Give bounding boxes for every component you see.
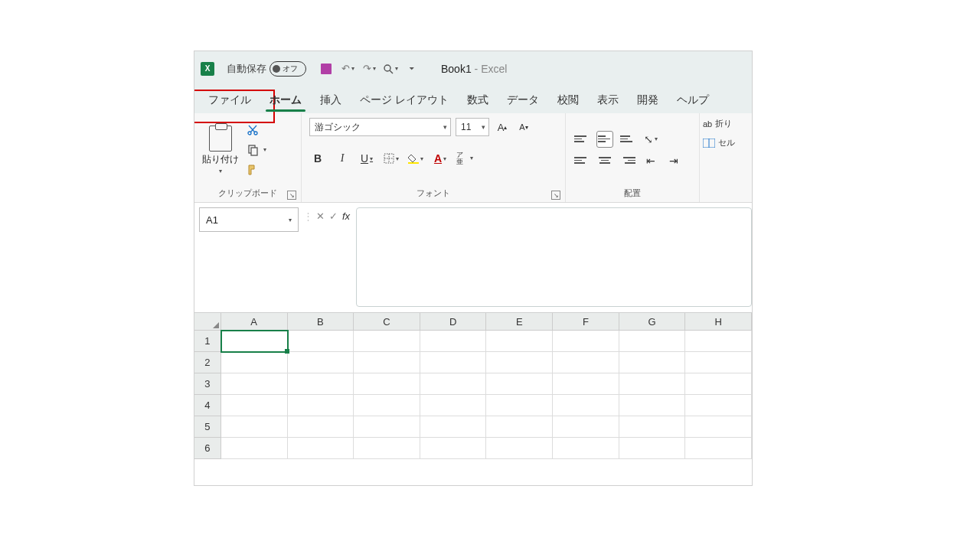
svg-rect-14	[408, 162, 419, 164]
row-header-6[interactable]: 6	[194, 438, 221, 459]
italic-button[interactable]: I	[334, 150, 351, 167]
copy-button[interactable]: ▾	[245, 143, 260, 157]
col-header-H[interactable]: H	[685, 313, 752, 331]
svg-line-4	[390, 70, 393, 73]
tab-page-layout[interactable]: ページ レイアウト	[351, 88, 458, 112]
insert-function-button[interactable]: fx	[342, 210, 350, 222]
cell-G1[interactable]	[619, 331, 686, 352]
svg-rect-1	[323, 64, 329, 67]
increase-indent-button[interactable]: ⇥	[665, 152, 682, 169]
save-button[interactable]	[317, 60, 335, 78]
font-color-button[interactable]: A▾	[432, 150, 449, 167]
svg-rect-2	[323, 70, 329, 73]
qat-customize-button[interactable]: ⏷	[403, 60, 421, 78]
underline-button[interactable]: U▾	[358, 150, 375, 167]
select-all-button[interactable]	[194, 313, 221, 331]
wrap-text-icon: ab	[703, 119, 712, 129]
cell-D1[interactable]	[420, 331, 487, 352]
col-header-C[interactable]: C	[354, 313, 420, 331]
formula-bar: A1 ▾ ⋮ ✕ ✓ fx	[194, 203, 752, 313]
cell-F1[interactable]	[553, 331, 619, 352]
cell-H1[interactable]	[685, 331, 752, 352]
font-name-combo[interactable]: 游ゴシック	[309, 118, 451, 136]
tab-formulas[interactable]: 数式	[458, 88, 498, 112]
col-header-A[interactable]: A	[221, 313, 288, 331]
tab-developer[interactable]: 開発	[628, 88, 668, 112]
autosave-label: 自動保存	[227, 62, 266, 76]
search-button[interactable]: ▾	[381, 60, 400, 78]
cell-E1[interactable]	[486, 331, 553, 352]
app-name: Excel	[481, 63, 507, 75]
cell-C1[interactable]	[354, 331, 420, 352]
accept-formula-button[interactable]: ✓	[329, 210, 338, 222]
ribbon-tabs: ファイル ホーム 挿入 ページ レイアウト 数式 データ 校閲 表示 開発 ヘル…	[194, 86, 752, 113]
spreadsheet-grid: A B C D E F G H 1 2 3 4 5 6	[194, 313, 752, 459]
decrease-font-button[interactable]: A▾	[515, 119, 532, 135]
phonetic-button[interactable]: ア亜▾	[456, 150, 473, 167]
formula-input[interactable]	[356, 207, 752, 307]
tab-data[interactable]: データ	[498, 88, 548, 112]
tab-file[interactable]: ファイル	[199, 88, 260, 112]
cell-B1[interactable]	[288, 331, 354, 352]
font-launcher[interactable]: ↘	[551, 191, 560, 200]
row-header-5[interactable]: 5	[194, 416, 221, 438]
row-header-2[interactable]: 2	[194, 352, 221, 373]
merge-cells-button[interactable]: セル	[703, 137, 735, 148]
col-header-F[interactable]: F	[553, 313, 619, 331]
tab-home[interactable]: ホーム	[260, 88, 311, 112]
wrap-text-button[interactable]: ab 折り	[703, 118, 735, 129]
bold-button[interactable]: B	[309, 150, 326, 167]
align-middle-button[interactable]	[596, 131, 613, 148]
cut-button[interactable]	[245, 123, 260, 137]
row-header-4[interactable]: 4	[194, 395, 221, 416]
align-bottom-button[interactable]	[619, 131, 636, 148]
align-center-button[interactable]	[596, 152, 613, 169]
row-header-3[interactable]: 3	[194, 373, 221, 395]
tab-help[interactable]: ヘルプ	[668, 88, 718, 112]
decrease-indent-button[interactable]: ⇤	[642, 152, 659, 169]
merge-icon	[703, 139, 715, 148]
excel-window: X 自動保存 オフ ↶▾ ↷▾ ▾ ⏷ Book1 - Excel ファイル	[194, 51, 753, 486]
clipboard-launcher[interactable]: ↘	[287, 191, 296, 200]
ribbon: 貼り付け ▾ ▾ クリップボード ↘	[194, 113, 752, 203]
paste-button[interactable]: 貼り付け ▾	[202, 126, 239, 174]
excel-logo-icon: X	[201, 62, 214, 76]
col-header-G[interactable]: G	[619, 313, 686, 331]
borders-button[interactable]: ▾	[383, 150, 400, 167]
align-right-button[interactable]	[619, 152, 636, 169]
undo-button[interactable]: ↶▾	[338, 60, 357, 78]
col-header-D[interactable]: D	[420, 313, 487, 331]
tab-insert[interactable]: 挿入	[311, 88, 351, 112]
name-box[interactable]: A1 ▾	[199, 207, 299, 232]
fill-color-button[interactable]: ▾	[407, 150, 424, 167]
col-header-B[interactable]: B	[288, 313, 354, 331]
cell-A1[interactable]	[221, 331, 288, 352]
align-left-button[interactable]	[573, 152, 590, 169]
clipboard-icon	[209, 126, 232, 152]
svg-point-3	[384, 65, 390, 71]
tab-view[interactable]: 表示	[588, 88, 628, 112]
document-title: Book1	[441, 63, 472, 75]
cancel-formula-button[interactable]: ✕	[316, 210, 325, 222]
autosave-toggle[interactable]: オフ	[270, 61, 306, 77]
tab-review[interactable]: 校閲	[548, 88, 588, 112]
font-size-combo[interactable]: 11	[456, 118, 489, 136]
increase-font-button[interactable]: A▴	[494, 119, 511, 135]
redo-button[interactable]: ↷▾	[360, 60, 378, 78]
align-top-button[interactable]	[573, 131, 590, 148]
title-bar: X 自動保存 オフ ↶▾ ↷▾ ▾ ⏷ Book1 - Excel	[194, 51, 752, 86]
orientation-button[interactable]: ⤡▾	[642, 131, 659, 148]
format-painter-button[interactable]	[245, 163, 260, 177]
col-header-E[interactable]: E	[486, 313, 553, 331]
row-header-1[interactable]: 1	[194, 331, 221, 352]
svg-rect-10	[251, 148, 257, 155]
